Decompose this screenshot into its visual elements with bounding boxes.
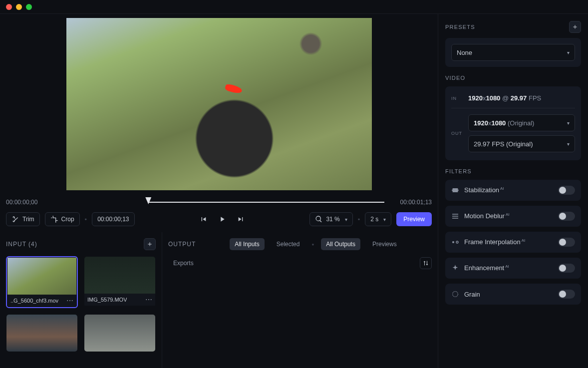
close-window-button[interactable]	[6, 4, 12, 10]
clip-name: ..G_5600_chf3.mov	[10, 298, 58, 304]
filter-toggle[interactable]	[558, 264, 575, 273]
filter-enhancement[interactable]: EnhancementAI	[445, 258, 581, 279]
svg-point-2	[453, 292, 458, 297]
timeline-range	[148, 202, 384, 203]
add-input-button[interactable]: ＋	[144, 238, 156, 250]
interpolation-icon	[451, 238, 459, 246]
video-in-row: IN 1920x1080 @ 29.97 FPS	[451, 92, 575, 104]
output-resolution-select[interactable]: 1920x1080 (Original) ▾	[468, 114, 575, 131]
video-section-title: VIDEO	[445, 75, 465, 81]
transport-controls	[199, 215, 245, 223]
filter-toggle[interactable]	[558, 290, 575, 299]
clip-thumbnail	[6, 315, 77, 352]
filter-grain[interactable]: Grain	[445, 284, 581, 305]
seg-selected[interactable]: Selected	[272, 238, 305, 250]
current-timecode-field[interactable]: 00:00:00;13	[92, 212, 134, 226]
chevron-down-icon: ▾	[383, 217, 386, 222]
filter-toggle[interactable]	[558, 238, 575, 247]
filter-toggle[interactable]	[558, 186, 575, 195]
sort-button[interactable]	[420, 257, 432, 269]
preview-button[interactable]: Preview	[396, 212, 432, 226]
filter-motion-deblur[interactable]: Motion DeblurAI	[445, 206, 581, 227]
filters-section-title: FILTERS	[445, 168, 472, 174]
output-fps-select[interactable]: 29.97 FPS (Original) ▾	[468, 135, 575, 152]
add-preset-button[interactable]: ＋	[569, 21, 581, 33]
svg-point-1	[456, 241, 458, 243]
clip-more-button[interactable]: ⋯	[145, 296, 152, 304]
scissors-icon	[11, 215, 19, 223]
grain-icon	[451, 290, 459, 298]
input-clip[interactable]	[84, 314, 156, 352]
crop-button[interactable]: Crop	[45, 212, 80, 226]
chevron-down-icon: ▾	[567, 120, 570, 126]
output-panel: OUTPUT All Inputs Selected ● All Outputs…	[162, 232, 438, 368]
timeline-start-timecode: 00:00:00;00	[6, 199, 37, 206]
sort-icon	[423, 260, 429, 266]
filter-toggle[interactable]	[558, 212, 575, 221]
compare-duration-select[interactable]: 2 s ▾	[365, 212, 391, 226]
filter-frame-interpolation[interactable]: Frame InterpolationAI	[445, 232, 581, 253]
svg-point-0	[452, 241, 454, 243]
minimize-window-button[interactable]	[16, 4, 22, 10]
clip-thumbnail	[7, 258, 76, 295]
clip-thumbnail	[84, 315, 155, 352]
preset-select[interactable]: None ▾	[451, 44, 575, 61]
seg-all-inputs[interactable]: All Inputs	[230, 238, 264, 250]
sparkle-icon	[451, 264, 459, 272]
chevron-down-icon: ▾	[567, 50, 570, 55]
trim-button[interactable]: Trim	[6, 212, 40, 226]
timeline-end-timecode: 00:00:01;13	[400, 199, 432, 206]
presets-section-title: PRESETS	[445, 24, 475, 30]
zoom-select[interactable]: 31 % ▾	[309, 212, 352, 226]
timeline-track[interactable]	[42, 197, 395, 207]
next-frame-button[interactable]	[237, 215, 245, 223]
deblur-icon	[451, 212, 459, 220]
timeline-playhead[interactable]	[145, 197, 151, 204]
seg-exports[interactable]: Exports	[168, 257, 199, 269]
preview-viewport	[0, 14, 438, 194]
play-button[interactable]	[218, 215, 226, 223]
window-titlebar	[0, 0, 588, 14]
clip-more-button[interactable]: ⋯	[66, 297, 73, 305]
crop-icon	[50, 215, 58, 223]
clip-name: IMG_5579.MOV	[87, 297, 127, 303]
stabilization-icon	[451, 186, 459, 194]
prev-frame-button[interactable]	[199, 215, 207, 223]
seg-all-outputs[interactable]: All Outputs	[321, 238, 360, 250]
clip-thumbnail	[84, 257, 155, 294]
chevron-down-icon: ▾	[567, 141, 570, 147]
filter-stabilization[interactable]: StabilizationAI	[445, 180, 581, 201]
input-clip[interactable]: ..G_5600_chf3.mov ⋯	[6, 256, 78, 308]
magnifier-icon	[315, 215, 323, 223]
output-panel-title: OUTPUT	[168, 241, 196, 248]
seg-previews[interactable]: Previews	[367, 238, 402, 250]
input-panel-title: INPUT (4)	[6, 241, 37, 248]
input-clip[interactable]	[6, 314, 78, 352]
input-clip[interactable]: IMG_5579.MOV ⋯	[84, 256, 156, 308]
chevron-down-icon: ▾	[345, 217, 347, 222]
timeline: 00:00:00;00 00:00:01;13	[0, 194, 438, 208]
input-panel: INPUT (4) ＋ ..G_5600_chf3.mov ⋯	[0, 232, 162, 368]
preview-frame[interactable]	[66, 18, 372, 190]
maximize-window-button[interactable]	[26, 4, 32, 10]
